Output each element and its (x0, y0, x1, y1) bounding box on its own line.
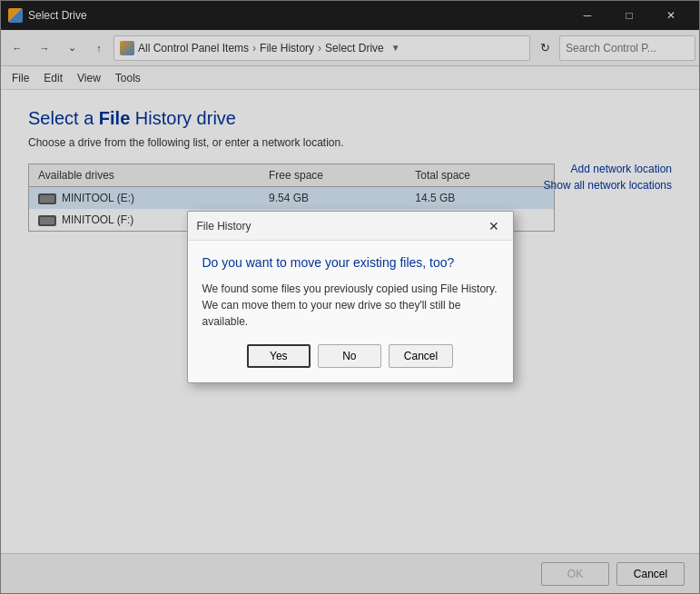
dialog-text: We found some files you previously copie… (202, 281, 498, 330)
dialog-body: Do you want to move your existing files,… (188, 241, 513, 382)
dialog-no-button[interactable]: No (318, 344, 381, 368)
dialog-yes-button[interactable]: Yes (247, 344, 311, 368)
dialog-titlebar: File History ✕ (188, 212, 513, 241)
file-history-dialog: File History ✕ Do you want to move your … (187, 211, 514, 383)
dialog-cancel-button[interactable]: Cancel (389, 344, 453, 368)
dialog-close-button[interactable]: ✕ (484, 216, 504, 236)
dialog-title: File History (197, 220, 484, 233)
dialog-buttons: Yes No Cancel (202, 344, 498, 371)
dialog-question: Do you want to move your existing files,… (202, 255, 498, 270)
main-window: Select Drive ─ □ ✕ ← → ⌄ ↑ All Control P… (0, 0, 700, 594)
dialog-overlay: File History ✕ Do you want to move your … (0, 0, 700, 594)
